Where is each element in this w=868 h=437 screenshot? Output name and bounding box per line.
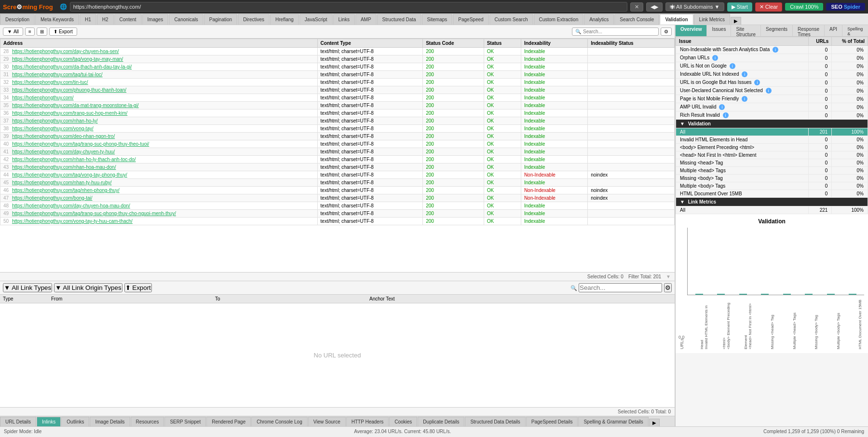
tab-nav-btn[interactable]: ◀▶ — [646, 2, 663, 12]
list-item[interactable]: URL is Not on Google i 0 0% — [676, 62, 868, 70]
url-link[interactable]: https://hotienphongthuy.com/da-mat-trang… — [12, 103, 139, 108]
btab-serp-snippet[interactable]: SERP Snippet — [164, 417, 206, 426]
list-item[interactable]: URL is on Google But Has Issues i 0 0% — [676, 79, 868, 87]
table-row[interactable]: 30 https://hotienphongthuy.com/da-thach-… — [0, 63, 675, 71]
url-link[interactable]: https://hotienphongthuy.com/tag/vong-tay… — [12, 56, 123, 62]
tab-link-metrics[interactable]: Link Metrics — [694, 14, 730, 25]
close-tab-btn[interactable]: ✕ — [630, 2, 643, 12]
collapse-icon[interactable]: ▼ — [680, 121, 685, 126]
tab-validation[interactable]: Validation — [660, 14, 693, 25]
url-link[interactable]: https://hotienphongthuy.com/tag/trang-su… — [12, 211, 176, 216]
table-row[interactable]: 50 https://hotienphongthuy.com/vong-tay-… — [0, 218, 675, 225]
list-item[interactable]: Orphan URLs i 0 0% — [676, 54, 868, 62]
main-search-input[interactable] — [583, 29, 655, 34]
url-link[interactable]: https://hotienphongthuy.com/tag/tui-tai-… — [12, 72, 103, 77]
table-row[interactable]: 37 https://hotienphongthuy.com/nhan-ho-l… — [0, 117, 675, 125]
url-link[interactable]: https://hotienphongthuy.com/nhan-ty-huu-… — [12, 180, 112, 185]
info-icon[interactable]: i — [742, 71, 747, 77]
table-row[interactable]: 34 https://hotienphongthuy.com/ text/htm… — [0, 94, 675, 102]
tab-sitemaps[interactable]: Sitemaps — [422, 14, 453, 25]
list-item[interactable]: <head> Not First In <html> Element 0 0% — [676, 151, 868, 159]
right-tab-response-times[interactable]: Response Times — [793, 25, 825, 36]
btab-cookies[interactable]: Cookies — [389, 417, 417, 426]
list-item[interactable]: Missing <body> Tag 0 0% — [676, 175, 868, 182]
tab-h2[interactable]: H2 — [97, 14, 114, 25]
table-row[interactable]: 47 https://hotienphongthuy.com/bong-tai/… — [0, 194, 675, 202]
url-link[interactable]: https://hotienphongthuy.com/tag/nhen-pho… — [12, 188, 120, 193]
tab-h1[interactable]: H1 — [80, 14, 96, 25]
info-icon[interactable]: i — [754, 80, 760, 85]
tab-custom-search[interactable]: Custom Search — [489, 14, 533, 25]
url-link[interactable]: https://hotienphongthuy.com/nhan-hoa-mau… — [12, 164, 116, 170]
btab-image-details[interactable]: Image Details — [90, 417, 130, 426]
url-link[interactable]: https://hotienphongthuy.com/trang-suc-ho… — [12, 110, 127, 116]
table-row[interactable]: 43 https://hotienphongthuy.com/nhan-hoa-… — [0, 164, 675, 171]
right-tab-spelling[interactable]: Spelling & Gramm... — [842, 25, 868, 36]
bottom-filter2-btn[interactable]: ▼ All Link Origin Types — [54, 283, 122, 292]
tab-structured-data[interactable]: Structured Data — [377, 14, 421, 25]
url-link[interactable]: https://hotienphongthuy.com/tin-tuc/ — [12, 80, 88, 85]
right-tab-overview[interactable]: Overview — [676, 25, 707, 36]
btab-duplicate-details[interactable]: Duplicate Details — [418, 417, 464, 426]
list-item[interactable]: AMP URL Invalid i 0 0% — [676, 103, 868, 111]
info-icon[interactable]: i — [773, 47, 778, 53]
tab-amp[interactable]: AMP — [355, 14, 377, 25]
tab-pagination[interactable]: Pagination — [204, 14, 237, 25]
start-btn[interactable]: ▶ Start — [727, 2, 752, 12]
url-link[interactable]: https://hotienphongthuy.com/tag/trang-su… — [12, 141, 149, 147]
btab-view-source[interactable]: View Source — [308, 417, 346, 426]
table-row[interactable]: 28 https://hotienphongthuy.com/day-chuye… — [0, 48, 675, 55]
table-row[interactable]: 29 https://hotienphongthuy.com/tag/vong-… — [0, 55, 675, 63]
right-tab-issues[interactable]: Issues — [707, 25, 731, 36]
all-subdomains-btn[interactable]: 🕷 All Subdomains ▼ — [665, 2, 724, 11]
bottom-search-input[interactable] — [579, 283, 662, 292]
info-icon[interactable]: i — [766, 88, 772, 94]
bottom-export-btn[interactable]: ⬆ Export — [124, 283, 152, 292]
url-link[interactable]: https://hotienphongthuy.com/day-chuyen-h… — [12, 203, 130, 208]
table-row[interactable]: 45 https://hotienphongthuy.com/nhan-ty-h… — [0, 179, 675, 187]
url-link[interactable]: https://hotienphongthuy.com/bong-tai/ — [12, 195, 93, 201]
btab-outlinks[interactable]: Outlinks — [61, 417, 89, 426]
tab-content[interactable]: Content — [114, 14, 142, 25]
url-link[interactable]: https://hotienphongthuy.com/deo-nhan-ngo… — [12, 134, 115, 139]
table-row[interactable]: 38 https://hotienphongthuy.com/vong-tay/… — [0, 125, 675, 133]
info-icon[interactable]: i — [719, 104, 725, 110]
right-tab-segments[interactable]: Segments — [761, 25, 793, 36]
table-row[interactable]: 42 https://hotienphongthuy.com/nhan-ho-l… — [0, 156, 675, 164]
info-icon[interactable]: i — [712, 55, 718, 61]
tab-canonicals[interactable]: Canonicals — [169, 14, 203, 25]
list-item[interactable]: Indexable URL Not Indexed i 0 0% — [676, 70, 868, 79]
btab-pagespeed[interactable]: PageSpeed Details — [526, 417, 578, 426]
tab-links[interactable]: Links — [333, 14, 355, 25]
table-row[interactable]: 49 https://hotienphongthuy.com/tag/trang… — [0, 210, 675, 218]
right-tab-site-structure[interactable]: Site Structure — [731, 25, 761, 36]
list-item[interactable]: Page is Not Mobile Friendly i 0 0% — [676, 95, 868, 103]
clear-btn[interactable]: ✕ Clear — [755, 2, 782, 12]
list-item[interactable]: All 201 100% — [676, 128, 868, 136]
list-item[interactable]: Missing <head> Tag 0 0% — [676, 159, 868, 167]
list-item[interactable]: User-Declared Canonical Not Selected i 0… — [676, 87, 868, 95]
table-row[interactable]: 33 https://hotienphongthuy.com/phuong-th… — [0, 86, 675, 94]
table-row[interactable]: 48 https://hotienphongthuy.com/day-chuye… — [0, 202, 675, 210]
tab-search-console[interactable]: Search Console — [614, 14, 659, 25]
bottom-options-btn[interactable]: ⚙ — [664, 283, 672, 292]
url-link[interactable]: https://hotienphongthuy.com/vong-tay-ty-… — [12, 218, 133, 224]
tab-analytics[interactable]: Analytics — [584, 14, 614, 25]
btab-resources[interactable]: Resources — [131, 417, 164, 426]
btab-more[interactable]: ▶ — [649, 419, 660, 426]
url-link[interactable]: https://hotienphongthuy.com/day-chuyen-t… — [12, 149, 115, 154]
url-link[interactable]: https://hotienphongthuy.com/da-thach-anh… — [12, 64, 132, 69]
table-row[interactable]: 46 https://hotienphongthuy.com/tag/nhen-… — [0, 187, 675, 194]
tab-meta-keywords[interactable]: Meta Keywords — [35, 14, 79, 25]
list-item[interactable]: Rich Result Invalid i 0 0% — [676, 111, 868, 120]
table-row[interactable]: 31 https://hotienphongthuy.com/tag/tui-t… — [0, 71, 675, 79]
list-item[interactable]: Multiple <head> Tags 0 0% — [676, 167, 868, 175]
url-link[interactable]: https://hotienphongthuy.com/nhan-ho-ly-t… — [12, 157, 136, 162]
url-bar[interactable] — [70, 2, 627, 12]
url-link[interactable]: https://hotienphongthuy.com/vong-tay/ — [12, 126, 94, 131]
tab-directives[interactable]: Directives — [238, 14, 270, 25]
list-item[interactable]: All 221 100% — [676, 206, 868, 214]
table-row[interactable]: 36 https://hotienphongthuy.com/trang-suc… — [0, 109, 675, 117]
table-row[interactable]: 32 https://hotienphongthuy.com/tin-tuc/ … — [0, 79, 675, 86]
url-link[interactable]: https://hotienphongthuy.com/ — [12, 95, 74, 100]
